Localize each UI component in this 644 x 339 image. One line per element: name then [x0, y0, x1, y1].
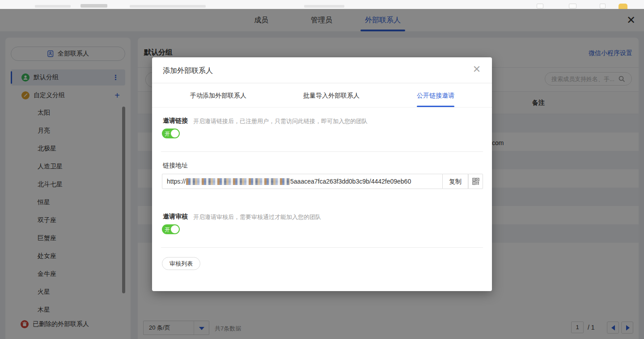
url-censored-mosaic — [186, 178, 290, 185]
toggle-on-label: 开 — [165, 226, 170, 234]
qr-code-icon — [472, 178, 479, 185]
link-address-label: 链接地址 — [163, 162, 188, 170]
tab-public-link-invite[interactable]: 公开链接邀请 — [417, 83, 454, 107]
background-fragment — [35, 5, 71, 8]
modal-tabs: 手动添加外部联系人 批量导入外部联系人 公开链接邀请 — [152, 83, 492, 107]
screen: 成员 管理员 外部联系人 ✕ 全部联系人 默认分组 — [0, 0, 644, 339]
tab-manual-add[interactable]: 手动添加外部联系人 — [190, 83, 246, 107]
background-fragment — [537, 4, 543, 9]
invite-link-desc: 开启邀请链接后，已注册用户，只需访问此链接，即可加入您的团队 — [193, 117, 368, 125]
background-fragment — [569, 4, 576, 9]
background-window-strip — [0, 0, 644, 9]
background-logo-fragment — [619, 4, 627, 9]
modal-header: 添加外部联系人 ✕ — [152, 57, 492, 83]
modal-title: 添加外部联系人 — [163, 66, 213, 76]
tab-batch-import[interactable]: 批量导入外部联系人 — [303, 83, 360, 107]
invite-review-toggle[interactable]: 开 — [162, 224, 180, 234]
invite-link-toggle[interactable]: 开 — [162, 129, 180, 138]
url-suffix: 5aaacea7fca263f3dd0b3c9b/4442fe09eb60 — [290, 178, 411, 185]
divider — [161, 151, 483, 152]
background-fragment — [80, 4, 107, 8]
qr-code-button[interactable] — [468, 174, 483, 189]
toggle-knob — [171, 129, 179, 137]
active-tab-underline — [417, 106, 454, 107]
toggle-knob — [171, 225, 179, 233]
toggle-on-label: 开 — [165, 130, 170, 138]
invite-review-desc: 开启邀请审核后，需要审核通过才能加入您的团队 — [193, 213, 321, 221]
background-fragment — [130, 5, 206, 8]
divider — [161, 247, 483, 248]
modal-close-icon[interactable]: ✕ — [471, 64, 482, 75]
invite-link-label: 邀请链接 — [163, 117, 188, 125]
link-address-row: https://5aaacea7fca263f3dd0b3c9b/4442fe0… — [162, 174, 483, 189]
background-fragment — [600, 4, 606, 9]
review-list-button[interactable]: 审核列表 — [162, 257, 200, 270]
copy-link-button[interactable]: 复制 — [443, 174, 468, 189]
link-url-input[interactable]: https://5aaacea7fca263f3dd0b3c9b/4442fe0… — [162, 174, 443, 189]
background-fragment — [304, 5, 344, 8]
url-prefix: https:// — [167, 178, 186, 185]
invite-review-label: 邀请审核 — [163, 213, 188, 221]
add-external-contact-modal: 添加外部联系人 ✕ 手动添加外部联系人 批量导入外部联系人 公开链接邀请 邀请链… — [152, 57, 492, 291]
